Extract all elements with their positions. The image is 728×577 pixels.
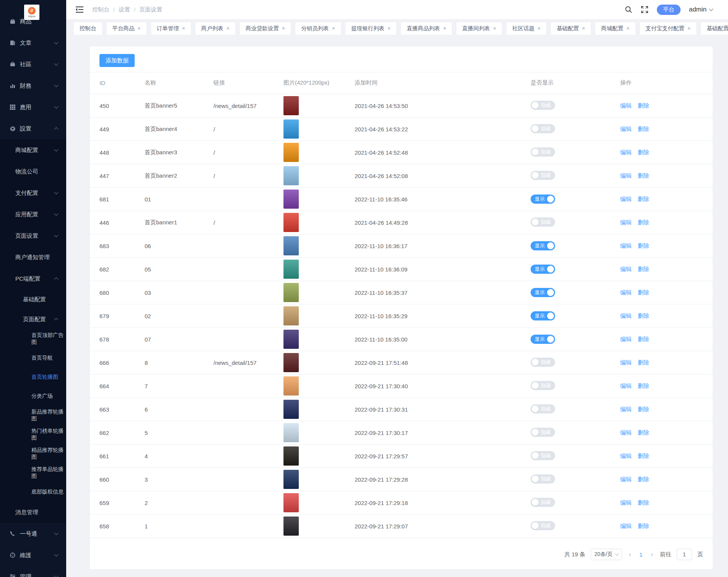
visibility-toggle[interactable]: 显示 — [531, 311, 555, 320]
banner-thumbnail[interactable] — [283, 190, 299, 209]
banner-thumbnail[interactable] — [283, 423, 299, 442]
delete-link[interactable]: 删除 — [638, 219, 649, 226]
tab-直播间列表[interactable]: 直播间列表× — [456, 22, 502, 35]
banner-thumbnail[interactable] — [283, 376, 299, 396]
banner-thumbnail[interactable] — [283, 119, 299, 139]
delete-link[interactable]: 删除 — [638, 453, 649, 459]
sidebar-item-应用配置[interactable]: 应用配置 — [0, 204, 66, 225]
tab-close-icon[interactable]: × — [282, 26, 285, 31]
delete-link[interactable]: 删除 — [638, 149, 649, 155]
delete-link[interactable]: 删除 — [638, 289, 649, 296]
sidebar-item-首页顶部广告图[interactable]: 首页顶部广告图 — [0, 329, 66, 348]
sidebar-item-管理[interactable]: 管理 — [0, 566, 66, 577]
delete-link[interactable]: 删除 — [638, 242, 649, 249]
edit-link[interactable]: 编辑 — [620, 219, 632, 226]
visibility-toggle[interactable]: 显示 — [531, 195, 555, 204]
banner-thumbnail[interactable] — [283, 143, 299, 162]
visibility-toggle[interactable]: 隐藏 — [531, 474, 555, 484]
sidebar-item-一号通[interactable]: 一号通 — [0, 523, 66, 544]
edit-link[interactable]: 编辑 — [620, 126, 632, 132]
breadcrumb-settings[interactable]: 设置 — [119, 6, 130, 13]
sidebar-item-維護[interactable]: 維護 — [0, 544, 66, 566]
breadcrumb-console[interactable]: 控制台 — [92, 6, 109, 13]
edit-link[interactable]: 编辑 — [620, 289, 632, 296]
edit-link[interactable]: 编辑 — [620, 499, 632, 506]
visibility-toggle[interactable]: 隐藏 — [531, 381, 555, 390]
delete-link[interactable]: 删除 — [638, 126, 649, 132]
sidebar-item-基础配置[interactable]: 基础配置 — [0, 289, 66, 309]
visibility-toggle[interactable]: 隐藏 — [531, 428, 555, 437]
tab-基础配置[interactable]: 基础配置× — [701, 22, 728, 35]
edit-link[interactable]: 编辑 — [620, 523, 632, 529]
edit-link[interactable]: 编辑 — [620, 336, 632, 342]
banner-thumbnail[interactable] — [283, 283, 299, 302]
tab-close-icon[interactable]: × — [332, 26, 335, 31]
visibility-toggle[interactable]: 显示 — [531, 265, 555, 274]
edit-link[interactable]: 编辑 — [620, 453, 632, 459]
tab-商城配置[interactable]: 商城配置× — [595, 22, 635, 35]
current-page[interactable]: 1 — [638, 551, 644, 558]
sidebar-item-底部版权信息[interactable]: 底部版权信息 — [0, 482, 66, 502]
visibility-toggle[interactable]: 隐藏 — [531, 404, 555, 414]
sidebar-item-PC端配置[interactable]: PC端配置 — [0, 268, 66, 289]
delete-link[interactable]: 删除 — [638, 476, 649, 482]
sidebar-item-社區[interactable]: 社區 — [0, 54, 66, 75]
edit-link[interactable]: 编辑 — [620, 312, 632, 319]
sidebar-item-页面配置[interactable]: 页面配置 — [0, 309, 66, 329]
tab-close-icon[interactable]: × — [626, 26, 629, 31]
banner-thumbnail[interactable] — [283, 96, 299, 115]
banner-thumbnail[interactable] — [283, 213, 299, 232]
tab-支付宝支付配置[interactable]: 支付宝支付配置× — [640, 22, 697, 35]
banner-thumbnail[interactable] — [283, 446, 299, 466]
tab-控制台[interactable]: 控制台 — [74, 22, 102, 35]
tab-提现银行列表[interactable]: 提现银行列表× — [345, 22, 396, 35]
tab-商业贷款设置[interactable]: 商业贷款设置× — [240, 22, 291, 35]
tab-close-icon[interactable]: × — [226, 26, 230, 31]
banner-thumbnail[interactable] — [283, 166, 299, 185]
sidebar-item-商城配置[interactable]: 商城配置 — [0, 139, 66, 161]
add-data-button[interactable]: 添加数据 — [99, 54, 135, 67]
delete-link[interactable]: 删除 — [638, 312, 649, 319]
sidebar-item-热门榜单轮播图[interactable]: 热门榜单轮播图 — [0, 425, 66, 444]
tab-订单管理[interactable]: 订单管理× — [151, 22, 191, 35]
sidebar-item-消息管理[interactable]: 消息管理 — [0, 502, 66, 523]
visibility-toggle[interactable]: 隐藏 — [531, 498, 555, 507]
delete-link[interactable]: 删除 — [638, 172, 649, 179]
banner-thumbnail[interactable] — [283, 353, 299, 372]
sidebar-item-首页轮播图[interactable]: 首页轮播图 — [0, 368, 66, 387]
menu-collapse-icon[interactable] — [75, 6, 84, 13]
delete-link[interactable]: 删除 — [638, 429, 649, 436]
user-menu[interactable]: admin — [689, 6, 713, 13]
search-icon[interactable] — [625, 6, 632, 13]
visibility-toggle[interactable]: 隐藏 — [531, 171, 555, 180]
visibility-toggle[interactable]: 显示 — [531, 241, 555, 250]
delete-link[interactable]: 删除 — [638, 359, 649, 366]
sidebar-item-支付配置[interactable]: 支付配置 — [0, 182, 66, 204]
tab-平台商品[interactable]: 平台商品× — [107, 22, 147, 35]
visibility-toggle[interactable]: 显示 — [531, 288, 555, 297]
prev-page-button[interactable]: ‹ — [627, 551, 632, 558]
visibility-toggle[interactable]: 隐藏 — [531, 358, 555, 367]
sidebar-item-分类广场[interactable]: 分类广场 — [0, 387, 66, 406]
banner-thumbnail[interactable] — [283, 260, 299, 279]
delete-link[interactable]: 删除 — [638, 499, 649, 506]
tab-close-icon[interactable]: × — [182, 26, 185, 31]
edit-link[interactable]: 编辑 — [620, 242, 632, 249]
edit-link[interactable]: 编辑 — [620, 172, 632, 179]
visibility-toggle[interactable]: 隐藏 — [531, 124, 555, 133]
delete-link[interactable]: 删除 — [638, 523, 649, 529]
banner-thumbnail[interactable] — [283, 493, 299, 512]
tab-close-icon[interactable]: × — [537, 26, 541, 31]
sidebar-item-新品推荐轮播图[interactable]: 新品推荐轮播图 — [0, 406, 66, 425]
delete-link[interactable]: 删除 — [638, 336, 649, 342]
edit-link[interactable]: 编辑 — [620, 359, 632, 366]
visibility-toggle[interactable]: 隐藏 — [531, 217, 555, 227]
sidebar-item-推荐单品轮播图[interactable]: 推荐单品轮播图 — [0, 463, 66, 482]
edit-link[interactable]: 编辑 — [620, 102, 632, 109]
tab-直播商品列表[interactable]: 直播商品列表× — [401, 22, 452, 35]
visibility-toggle[interactable]: 隐藏 — [531, 521, 555, 530]
edit-link[interactable]: 编辑 — [620, 429, 632, 436]
sidebar-item-精品推荐轮播图[interactable]: 精品推荐轮播图 — [0, 444, 66, 463]
edit-link[interactable]: 编辑 — [620, 406, 632, 412]
sidebar-item-首页导航[interactable]: 首页导航 — [0, 348, 66, 368]
